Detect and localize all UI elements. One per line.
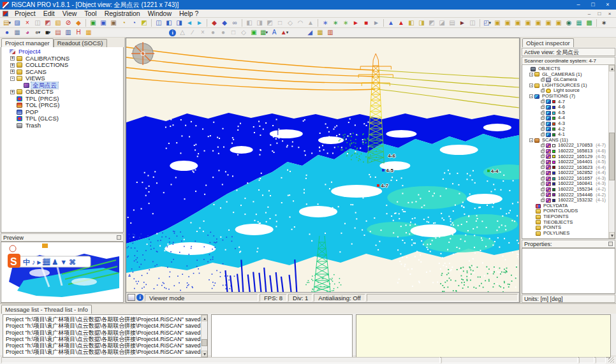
resize-grip[interactable]: [607, 357, 615, 363]
range-gate-button[interactable]: ▲: [305, 18, 316, 27]
tile-view-button[interactable]: ▦▾: [259, 29, 269, 37]
color-palette-button[interactable]: ◕: [22, 29, 33, 37]
layers-button[interactable]: ▤: [53, 29, 63, 37]
cancel-button[interactable]: ⊘: [63, 18, 73, 27]
expander-icon[interactable]: +: [10, 63, 15, 68]
tab-readout-socs[interactable]: Readout (SOCS): [54, 39, 107, 47]
flag-dark-button[interactable]: ►: [457, 18, 467, 27]
view-left-button[interactable]: ▣: [513, 18, 523, 27]
flag-red-button[interactable]: ►: [351, 18, 361, 27]
menu-view[interactable]: View: [59, 10, 81, 18]
tree-item-collections[interactable]: +COLLECTIONS: [2, 62, 123, 69]
expander-icon[interactable]: -: [10, 76, 15, 81]
texture-button[interactable]: ▣: [249, 29, 259, 37]
tree-item-trash[interactable]: Trash: [2, 122, 123, 129]
close-button[interactable]: ×: [601, 0, 615, 10]
thread-listbox[interactable]: [211, 314, 353, 358]
scroll-up-icon[interactable]: [202, 315, 207, 321]
mesh-button[interactable]: ◩: [427, 18, 437, 27]
color-scale-button[interactable]: ▦: [84, 29, 94, 37]
inspector-item-tieobjects[interactable]: TIEOBJECTS: [523, 220, 608, 226]
expander-icon[interactable]: -: [529, 73, 533, 76]
message-scrollbar[interactable]: [201, 315, 207, 357]
annotation-text-button[interactable]: A: [269, 29, 279, 37]
render-sphere-button[interactable]: ●▾: [33, 29, 43, 37]
inspector-item-pos-4-5[interactable]: 4-5: [523, 110, 608, 116]
print-button[interactable]: ▤: [447, 18, 457, 27]
view-next-button[interactable]: ►: [194, 18, 205, 27]
tree-item-global-pointcloud[interactable]: 全局点云: [2, 82, 123, 89]
new-project-button[interactable]: ▤▾: [2, 18, 12, 27]
expander-icon[interactable]: +: [10, 56, 15, 61]
view-back-button[interactable]: ▣: [543, 18, 554, 27]
crop-rect-button[interactable]: □: [228, 29, 238, 37]
expander-icon[interactable]: -: [529, 84, 533, 87]
tree-item-tpl-glcs[interactable]: TPL (GLCS): [2, 115, 123, 122]
scroll-down-icon[interactable]: [202, 351, 207, 357]
scroll-up-icon[interactable]: [609, 65, 615, 71]
expander-icon[interactable]: -: [529, 138, 533, 142]
tree-item-views[interactable]: -VIEWS: [2, 75, 123, 82]
stop-record-button[interactable]: ■: [361, 18, 371, 27]
view-iso-button[interactable]: ▣: [554, 18, 564, 27]
mesh2-button[interactable]: ◪: [437, 18, 447, 27]
menu-tool[interactable]: Tool: [80, 10, 100, 18]
properties-box[interactable]: [522, 248, 615, 294]
refine-registration-button[interactable]: ∗: [341, 18, 351, 27]
histogram-button[interactable]: H: [73, 29, 84, 37]
tab-message-list[interactable]: Message list - Thread list - Info: [1, 305, 92, 314]
view-3d-button[interactable]: ◉: [564, 18, 574, 27]
properties-pin-icon[interactable]: [608, 242, 613, 246]
tree-item-tol-prcs[interactable]: TOL (PRCS): [2, 102, 123, 109]
scanner-connect-button[interactable]: ◆: [219, 18, 230, 27]
view-lock-icon[interactable]: [128, 294, 135, 301]
scroll-thumb[interactable]: [609, 133, 615, 181]
menu-edit[interactable]: Edit: [40, 10, 59, 18]
expander-icon[interactable]: +: [10, 90, 15, 94]
mdi-close-button[interactable]: ×: [605, 10, 614, 17]
settings-button[interactable]: ◆: [73, 18, 84, 27]
menu-help[interactable]: Help ?: [175, 10, 202, 18]
color-table-button[interactable]: ▦: [315, 29, 325, 37]
mounting-calibration-button[interactable]: ◔: [129, 18, 139, 27]
inspector-item-pos-4-4[interactable]: 4-4: [523, 115, 608, 121]
tree-item-project4[interactable]: Project4: [2, 48, 123, 55]
new-scanposition-button[interactable]: ▣: [88, 18, 98, 27]
measure-delete-button[interactable]: ×: [198, 29, 208, 37]
tree-item-pop[interactable]: POP: [2, 109, 123, 116]
tree-item-scans[interactable]: +SCANS: [2, 69, 123, 76]
scroll-down-icon[interactable]: [609, 232, 615, 238]
tree-item-tpl-prcs[interactable]: TPL (PRCS): [2, 96, 123, 103]
menu-window[interactable]: Window: [144, 10, 175, 18]
material-button[interactable]: ▥: [325, 29, 335, 37]
cascade-windows-button[interactable]: ◨: [174, 18, 184, 27]
dropdown-arrow-icon[interactable]: ▾: [488, 20, 491, 25]
dropdown-arrow-icon[interactable]: ▾: [265, 30, 268, 35]
crop-poly-button[interactable]: ◇: [238, 29, 249, 37]
dropdown-arrow-icon[interactable]: ▾: [48, 30, 51, 35]
rotate-tool-button[interactable]: ◩: [265, 18, 275, 27]
measure-line-button[interactable]: ∕: [187, 29, 198, 37]
chart-button[interactable]: ◢: [305, 29, 315, 37]
measure-angle-button[interactable]: △: [177, 29, 187, 37]
view-front-button[interactable]: ▣: [533, 18, 543, 27]
pointcloud-viewport[interactable]: 4-64-54-74-4: [126, 38, 519, 292]
inspector-scrollbar[interactable]: [608, 65, 615, 238]
triangle-blue-button[interactable]: ▲: [386, 18, 396, 27]
marker-button[interactable]: ▲▾: [279, 29, 290, 37]
scroll-thumb[interactable]: [202, 339, 207, 346]
delete-button[interactable]: ×: [22, 18, 33, 27]
expander-icon[interactable]: -: [529, 94, 533, 98]
favorites-button[interactable]: ∗: [599, 18, 609, 27]
deselect-button[interactable]: ◠: [295, 18, 305, 27]
view-right-button[interactable]: ▣: [523, 18, 533, 27]
minimize-button[interactable]: –: [571, 0, 585, 10]
info-icon[interactable]: i: [136, 294, 143, 301]
inspector-item-pos-4-7[interactable]: 4-7: [523, 99, 608, 105]
menu-project[interactable]: Project: [11, 10, 40, 18]
save-project-button[interactable]: ◫: [33, 18, 43, 27]
trash-button[interactable]: ◫: [467, 18, 478, 27]
project-tree[interactable]: Project4+CALIBRATIONS+COLLECTIONS+SCANS-…: [1, 47, 124, 233]
object-info-ball[interactable]: i: [169, 29, 176, 36]
restore-button[interactable]: □: [586, 0, 600, 10]
